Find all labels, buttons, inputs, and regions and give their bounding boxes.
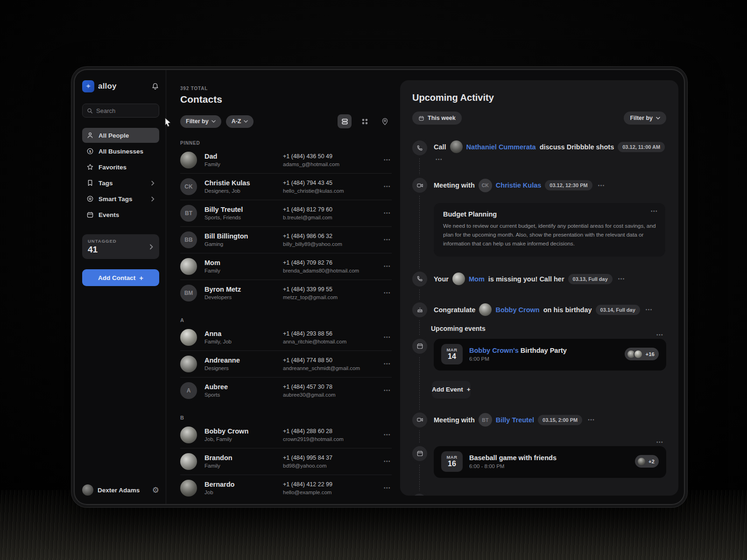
person-link[interactable]: Bobby Crown's [469,347,519,354]
contact-row[interactable]: Bobby CrownJob, Family +1 (484) 288 60 2… [180,421,392,448]
person-link[interactable]: Mom [469,275,485,283]
activity-filter-dropdown[interactable]: Filter by [624,112,666,125]
more-button[interactable]: ••• [383,290,392,295]
contact-row[interactable]: AndreanneDesigners +1 (484) 774 88 50and… [180,350,392,377]
person-link[interactable]: Bobby Crown [495,306,539,314]
map-view-button[interactable] [378,114,392,128]
sidebar-item-all-businesses[interactable]: $ All Businesses [82,144,159,159]
avatar [180,152,197,168]
contact-tags: Gaming [204,241,283,247]
contact-row[interactable]: BB Bill BillingtonGaming +1 (484) 986 06… [180,226,392,253]
activity-item-call[interactable]: Call Nathaniel Cummerata discuss Dribbbl… [412,140,666,162]
contact-email: aubree30@gmail.com [283,392,383,398]
show-more-row[interactable]: Show 12 more events from this week [412,494,666,496]
more-button[interactable]: ••• [618,276,625,281]
video-icon [412,178,427,193]
more-button[interactable]: ••• [383,432,392,437]
contact-row[interactable]: BT Billy TreutelSports, Friends +1 (484)… [180,200,392,226]
settings-gear-icon[interactable]: ⚙ [152,486,159,494]
more-button[interactable]: ••• [383,335,392,340]
more-button[interactable]: ••• [436,157,443,162]
contact-name: Dad [204,153,283,160]
notifications-bell-icon[interactable] [151,83,159,91]
search-input[interactable] [96,107,155,114]
attendees-pill[interactable]: +2 [635,455,659,468]
contact-row[interactable]: BrandonFamily +1 (484) 995 84 37bd98@yah… [180,448,392,475]
smart-tag-icon [86,195,94,203]
activity-suffix: discuss Dribbble shots [540,143,614,151]
contact-email: adams_g@hotmail.com [283,161,383,167]
activity-item-call-mom[interactable]: Your Mom is missing you! Call her 03.13,… [412,272,666,287]
contact-row[interactable]: DadFamily +1 (484) 436 50 49adams_g@hotm… [180,147,392,173]
contact-phone: +1 (484) 995 84 37 [283,455,383,461]
filter-by-dropdown[interactable]: Filter by [180,115,221,128]
chevron-down-icon [656,117,660,119]
contact-row[interactable]: A AubreeSports +1 (484) 457 30 78aubree3… [180,377,392,404]
avatar [180,480,197,497]
untagged-card[interactable]: UNTAGGED 41 [82,234,159,259]
more-button[interactable]: ••• [646,307,653,312]
sidebar: ✦ alloy All People $ All Businesses Favo… [75,70,166,504]
add-event-button[interactable]: Add Event + [432,381,471,399]
person-link[interactable]: Christie Kulas [496,182,542,189]
contact-row[interactable]: BernardoJob +1 (484) 412 22 99hello@exam… [180,475,392,501]
note-card[interactable]: ••• Budget Planning We need to review ou… [434,203,665,257]
more-button[interactable]: ••• [588,417,595,422]
current-user-row[interactable]: Dexter Adams ⚙ [82,484,159,496]
more-button[interactable]: ••• [383,361,392,366]
chevron-right-icon [151,196,155,202]
more-button[interactable]: ••• [383,485,392,490]
sidebar-item-label: Tags [99,180,146,187]
note-body: We need to review our current budget, id… [443,222,656,248]
sidebar-item-favorites[interactable]: Favorites [82,160,159,175]
person-link[interactable]: Billy Treutel [496,416,534,424]
grid-view-button[interactable] [358,114,372,128]
calendar-icon [418,115,424,121]
avatar: BM [180,285,197,301]
calendar-icon [86,211,94,218]
sort-dropdown[interactable]: A-Z [226,115,254,128]
contact-phone: +1 (484) 774 88 50 [283,357,383,364]
more-button[interactable]: ••• [383,157,392,162]
event-item[interactable]: ••• MAR 14 Bobby Crown's Birthday Party … [412,339,666,371]
more-button[interactable]: ••• [598,183,605,188]
more-button[interactable]: ••• [651,209,658,214]
more-button[interactable]: ••• [656,440,663,445]
activity-item-birthday[interactable]: Congratulate Bobby Crown on his birthday… [412,302,666,317]
activity-item-meeting[interactable]: Meeting with CK Christie Kulas 03.12, 12… [412,178,666,193]
contact-phone: +1 (484) 339 99 55 [283,286,383,293]
event-month: MAR [446,347,457,352]
avatar: BT [180,205,197,222]
avatar [452,273,465,285]
chevron-right-icon [149,244,154,250]
add-contact-button[interactable]: Add Contact + [82,269,159,286]
sidebar-item-events[interactable]: Events [82,207,159,222]
contact-row[interactable]: AnnaFamily, Job +1 (484) 293 88 56anna_r… [180,324,392,350]
person-link[interactable]: Nathaniel Cummerata [466,143,536,151]
search-input-wrap[interactable] [82,104,159,118]
calendar-icon [412,339,427,354]
list-view-button[interactable] [338,114,352,128]
this-week-chip[interactable]: This week [412,112,462,125]
sidebar-item-all-people[interactable]: All People [82,128,159,143]
event-item[interactable]: ••• MAR 16 Baseball game with friends 6:… [412,446,666,478]
more-button[interactable]: ••• [383,237,392,242]
more-button[interactable]: ••• [656,332,663,337]
attendees-pill[interactable]: +16 [625,348,659,360]
contact-row[interactable]: CK Christie KulasDesigners, Job +1 (484)… [180,173,392,200]
sidebar-item-smart-tags[interactable]: Smart Tags [82,191,159,206]
more-button[interactable]: ••• [383,184,392,189]
contact-row[interactable]: BM Byron MetzDevelopers +1 (484) 339 99 … [180,280,392,306]
more-button[interactable]: ••• [383,459,392,464]
event-card-birthday[interactable]: ••• MAR 14 Bobby Crown's Birthday Party … [434,339,666,371]
activity-item-meeting[interactable]: Meeting with BT Billy Treutel 03.15, 2:0… [412,413,666,427]
contact-email: anna_ritchie@hotmail.com [283,339,383,344]
more-button[interactable]: ••• [383,210,392,216]
more-button[interactable]: ••• [383,264,392,269]
more-button[interactable]: ••• [383,388,392,393]
contact-row[interactable]: MomFamily +1 (484) 709 82 76brenda_adams… [180,253,392,280]
sidebar-item-tags[interactable]: Tags [82,175,159,190]
event-card-baseball[interactable]: ••• MAR 16 Baseball game with friends 6:… [434,446,666,478]
contact-email: brenda_adams80@hotmail.com [283,268,383,273]
search-icon [87,108,93,114]
